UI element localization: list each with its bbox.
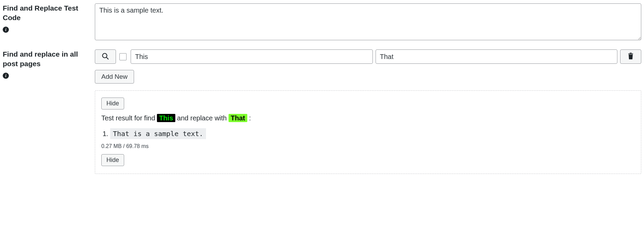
add-new-button[interactable]: Add New <box>95 70 134 84</box>
result-find-token: This <box>157 114 175 122</box>
result-list-item: That is a sample text. <box>110 128 635 139</box>
svg-rect-3 <box>630 53 632 53</box>
find-replace-label-col: Find and replace in all post pages i <box>3 49 95 79</box>
find-replace-row: Find and replace in all post pages i <box>3 49 641 174</box>
result-replace-token: That <box>229 114 247 122</box>
find-replace-line <box>95 49 641 64</box>
result-sentence: Test result for find This and replace wi… <box>101 114 635 122</box>
find-replace-content: Add New Hide Test result for find This a… <box>95 49 641 174</box>
test-code-row: Find and Replace Test Code i <box>3 3 641 42</box>
add-new-wrap: Add New <box>95 70 641 84</box>
result-suffix: : <box>247 114 251 122</box>
hide-button-top[interactable]: Hide <box>101 98 124 109</box>
test-code-content <box>95 3 641 42</box>
replace-input[interactable] <box>376 49 618 64</box>
search-button[interactable] <box>95 49 116 64</box>
test-code-textarea[interactable] <box>95 3 641 40</box>
regex-checkbox[interactable] <box>119 53 127 60</box>
svg-line-1 <box>106 57 108 59</box>
delete-button[interactable] <box>620 49 641 64</box>
trash-icon <box>627 52 635 61</box>
hide-bottom-wrap: Hide <box>101 154 635 166</box>
info-icon[interactable]: i <box>3 27 9 33</box>
result-mid: and replace with <box>175 114 229 122</box>
result-list: That is a sample text. <box>110 128 635 139</box>
search-icon <box>101 52 109 61</box>
test-code-label: Find and Replace Test Code <box>3 3 88 23</box>
find-input[interactable] <box>131 49 373 64</box>
test-code-info: i <box>3 25 88 33</box>
find-replace-label: Find and replace in all post pages <box>3 49 88 69</box>
hide-button-bottom[interactable]: Hide <box>101 154 124 166</box>
info-icon[interactable]: i <box>3 73 9 79</box>
result-stats: 0.27 MB / 69.78 ms <box>101 143 635 149</box>
svg-point-0 <box>103 53 107 58</box>
result-box: Hide Test result for find This and repla… <box>95 90 641 174</box>
result-item-text: That is a sample text. <box>110 128 206 139</box>
svg-rect-2 <box>628 54 633 54</box>
result-prefix: Test result for find <box>101 114 157 122</box>
test-code-label-col: Find and Replace Test Code i <box>3 3 95 33</box>
find-replace-info: i <box>3 71 88 79</box>
